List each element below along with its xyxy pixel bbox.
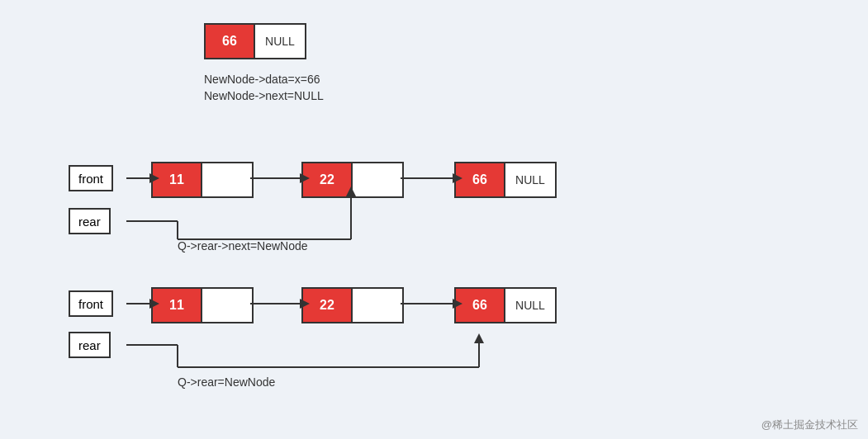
diagram2-label: Q->rear=NewNode [178,375,275,389]
diagram1-node1-data: 11 [153,163,202,196]
diagram2-node1-next [202,289,252,322]
top-node-next: NULL [255,25,305,58]
diagram1-front-box: front [69,165,113,191]
newnode-data-label: NewNode->data=x=66 [204,73,320,86]
diagram2-node3-next: NULL [505,289,555,322]
svg-marker-22 [474,333,484,343]
diagram2-rear-box: rear [69,332,111,358]
diagram1-node2: 22 [301,162,404,198]
diagram1-node3-data: 66 [456,163,505,196]
diagram1-label: Q->rear->next=NewNode [178,239,308,253]
diagram2-node2: 22 [301,287,404,323]
canvas: 66 NULL NewNode->data=x=66 NewNode->next… [0,0,868,439]
diagram1-node2-next [353,163,402,196]
diagram1-node1-next [202,163,252,196]
diagram1-node2-data: 22 [303,163,353,196]
diagram2-front-box: front [69,290,113,317]
diagram2-node2-next [353,289,402,322]
newnode-next-label: NewNode->next=NULL [204,89,324,102]
watermark: @稀土掘金技术社区 [761,418,858,432]
arrows-svg [0,0,868,439]
diagram2-node3-data: 66 [456,289,505,322]
top-node-data: 66 [206,25,255,58]
diagram2-node1-data: 11 [153,289,202,322]
diagram2-node2-data: 22 [303,289,353,322]
diagram1-node3: 66 NULL [454,162,557,198]
top-node: 66 NULL [204,23,306,59]
diagram1-rear-box: rear [69,208,111,234]
diagram1-node3-next: NULL [505,163,555,196]
diagram2-node3: 66 NULL [454,287,557,323]
diagram2-node1: 11 [151,287,254,323]
diagram1-node1: 11 [151,162,254,198]
